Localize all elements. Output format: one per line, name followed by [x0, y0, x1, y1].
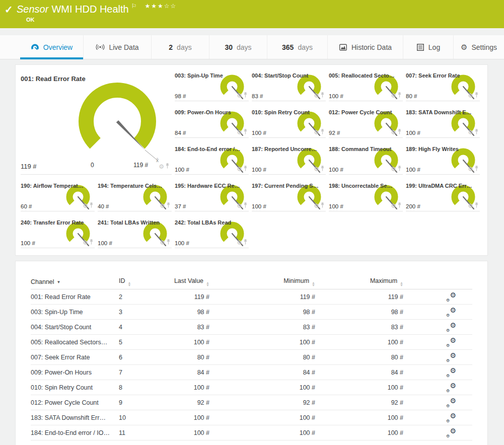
pin-icon[interactable] [474, 91, 479, 100]
channel-settings-icon[interactable]: ⚙⚙ [446, 337, 456, 347]
pin-icon[interactable] [474, 165, 479, 174]
channel-name-cell[interactable]: 183: SATA Downshift Err… [31, 414, 119, 421]
tab-overview[interactable]: Overview [20, 35, 83, 59]
channel-settings-icon[interactable]: ⚙⚙ [446, 322, 456, 332]
pin-icon[interactable] [243, 201, 248, 210]
pin-icon[interactable] [397, 128, 402, 137]
column-header-minimum[interactable]: Minimum▲▼ [209, 277, 315, 286]
channel-gauge-cell: 190: Airflow Temperat…60 #⚙ [21, 181, 95, 211]
channel-name-cell[interactable]: 003: Spin-Up Time [31, 309, 119, 316]
column-header-label: Last Value [174, 277, 203, 284]
tab-log[interactable]: Log [403, 35, 453, 59]
channel-name-cell[interactable]: 009: Power-On Hours [31, 369, 119, 376]
column-header-last-value[interactable]: Last Value▲▼ [169, 277, 209, 286]
channel-name-cell[interactable]: 012: Power Cycle Count [31, 399, 119, 406]
pin-icon[interactable] [243, 238, 248, 247]
flag-icon[interactable]: ⚐ [131, 3, 137, 10]
pin-icon[interactable] [320, 91, 325, 100]
tab-historic-data[interactable]: Historic Data [327, 35, 403, 59]
pin-icon[interactable] [320, 128, 325, 137]
pin-icon[interactable] [243, 91, 248, 100]
column-header-id[interactable]: ID▲▼ [119, 277, 169, 286]
gear-icon[interactable]: ⚙ [314, 203, 319, 209]
pin-icon[interactable] [166, 238, 171, 247]
pin-icon[interactable] [474, 128, 479, 137]
pin-icon[interactable] [397, 91, 402, 100]
pin-icon[interactable] [397, 165, 402, 174]
channel-settings-icon[interactable]: ⚙⚙ [446, 383, 456, 393]
sort-icon[interactable]: ▲▼ [206, 281, 209, 286]
gear-icon: ⚙ [450, 336, 456, 344]
priority-stars[interactable]: ★★★☆☆ [145, 3, 177, 10]
table-row: 010: Spin Retry Count8100 #100 #100 #⚙⚙ [31, 380, 472, 395]
channel-settings-icon[interactable]: ⚙⚙ [446, 413, 456, 423]
gear-icon[interactable]: ⚙ [160, 240, 165, 246]
gauge-cell-actions: ⚙ [391, 91, 402, 100]
gear-icon[interactable]: ⚙ [314, 129, 319, 135]
channel-name-cell[interactable]: 010: Spin Retry Count [31, 384, 119, 391]
gear-icon[interactable]: ⚙ [391, 93, 396, 99]
tab-settings[interactable]: ⚙Settings [453, 35, 504, 59]
pin-icon[interactable] [89, 238, 94, 247]
channel-settings-icon[interactable]: ⚙⚙ [446, 367, 456, 378]
pin-icon[interactable] [320, 165, 325, 174]
channel-name-cell[interactable]: 184: End-to-End error / IO… [31, 429, 119, 436]
gear-icon[interactable]: ⚙ [237, 240, 242, 246]
channel-settings-icon[interactable]: ⚙⚙ [446, 292, 456, 302]
pin-icon[interactable] [165, 162, 170, 171]
gear-icon[interactable]: ⚙ [468, 93, 473, 99]
tab-30-days[interactable]: 30days [209, 35, 267, 59]
chart-icon [339, 43, 347, 51]
channel-gauge-cell: 240: Transfer Error Rate100 #⚙ [21, 218, 95, 248]
column-header-channel[interactable]: Channel▼ [31, 278, 119, 285]
gear-icon[interactable]: ⚙ [314, 93, 319, 99]
channel-settings-icon[interactable]: ⚙⚙ [446, 352, 456, 362]
gear-icon[interactable]: ⚙ [468, 129, 473, 135]
gear-icon[interactable]: ⚙ [83, 240, 88, 246]
pin-icon[interactable] [166, 201, 171, 210]
pin-icon[interactable] [320, 201, 325, 210]
gear-icon[interactable]: ⚙ [159, 164, 164, 170]
pin-icon[interactable] [243, 165, 248, 174]
channel-id-cell: 11 [119, 429, 169, 436]
gear-icon[interactable]: ⚙ [468, 166, 473, 172]
channel-settings-icon[interactable]: ⚙⚙ [446, 307, 456, 317]
pin-icon[interactable] [89, 201, 94, 210]
column-header-maximum[interactable]: Maximum▲▼ [315, 277, 403, 286]
gear-icon[interactable]: ⚙ [237, 129, 242, 135]
tab-2-days[interactable]: 2days [151, 35, 209, 59]
channel-settings-icon[interactable]: ⚙⚙ [446, 428, 456, 438]
gear-icon[interactable]: ⚙ [391, 129, 396, 135]
gear-icon[interactable]: ⚙ [468, 203, 473, 209]
maximum-cell: 98 # [315, 309, 403, 316]
channel-name-cell[interactable]: 005: Reallocated Sectors… [31, 339, 119, 346]
gear-icon[interactable]: ⚙ [391, 203, 396, 209]
channel-name-cell[interactable]: 001: Read Error Rate [31, 293, 119, 301]
maximum-cell: 83 # [315, 324, 403, 331]
sort-icon[interactable]: ▲▼ [400, 281, 403, 286]
channel-name-cell[interactable]: 007: Seek Error Rate [31, 354, 119, 361]
channel-settings-icon[interactable]: ⚙⚙ [446, 398, 456, 408]
gear-icon: ⚙ [450, 412, 456, 420]
last-value-cell: 100 # [169, 414, 209, 421]
gear-icon[interactable]: ⚙ [160, 203, 165, 209]
pin-icon[interactable] [397, 201, 402, 210]
gear-icon[interactable]: ⚙ [391, 166, 396, 172]
gear-icon[interactable]: ⚙ [314, 166, 319, 172]
maximum-cell: 80 # [315, 354, 403, 361]
sort-icon[interactable]: ▲▼ [312, 281, 315, 286]
gear-icon[interactable]: ⚙ [237, 166, 242, 172]
gear-icon[interactable]: ⚙ [237, 203, 242, 209]
sort-desc-icon[interactable]: ▼ [57, 280, 61, 284]
channel-name-cell[interactable]: 004: Start/Stop Count [31, 324, 119, 331]
tab-live-data[interactable]: Live Data [83, 35, 151, 59]
gauge-cell-actions: ⚙ [391, 128, 402, 137]
pin-icon[interactable] [474, 201, 479, 210]
tab-365-days[interactable]: 365days [267, 35, 327, 59]
sort-icon[interactable]: ▲▼ [128, 281, 131, 286]
gear-icon[interactable]: ⚙ [83, 203, 88, 209]
gauge-value: 119 # [21, 163, 37, 170]
pin-icon[interactable] [243, 128, 248, 137]
gauge-value: 83 # [252, 93, 263, 99]
gear-icon[interactable]: ⚙ [237, 93, 242, 99]
